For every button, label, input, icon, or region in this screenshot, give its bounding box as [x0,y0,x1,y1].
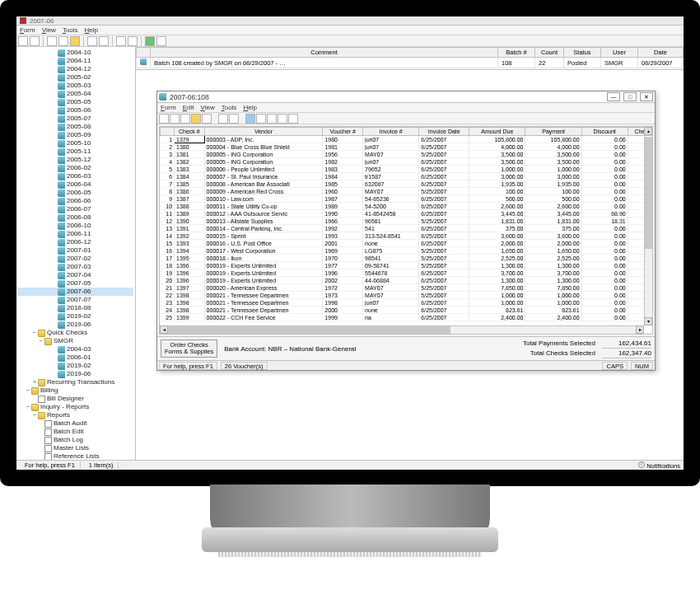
batch-col-header[interactable]: User [601,48,638,58]
scroll-left-icon[interactable]: ◂ [160,325,168,334]
batch-col-header[interactable]: Batch # [498,48,535,58]
tree-item[interactable]: 2006-12 [18,238,133,246]
detail-menu-form[interactable]: Form [161,104,176,111]
toolbar-btn-9[interactable] [128,36,138,46]
horizontal-scrollbar[interactable] [160,325,644,334]
detail-col-header[interactable]: Invoice Date [419,128,469,136]
table-row[interactable]: 71385000008 - American Bar Associati1985… [161,180,652,188]
tree-item[interactable]: 2005-10 [18,139,133,147]
table-row[interactable]: 51383000006 - People Unlimited1983796526… [161,166,652,173]
table-row[interactable]: 131391000014 - Central Parking, Inc.1992… [161,225,652,232]
tree-item[interactable]: 2004-10 [18,49,133,57]
tree-item[interactable]: Bill Designer [18,395,133,403]
tree-item[interactable]: 2005-07 [18,115,133,123]
scroll-thumb[interactable] [645,137,652,249]
tree-item[interactable]: Master Lists [18,444,133,452]
table-row[interactable]: 61384000007 - St. Paul Insurance1984tr15… [161,173,652,180]
close-button[interactable]: ✕ [640,92,653,101]
scroll-thumb[interactable] [160,326,450,334]
tree-item[interactable]: 2005-12 [18,156,133,164]
table-row[interactable]: 121390000013 - Allstate Supplies19669658… [161,218,652,225]
table-row[interactable]: 221398000021 - Tennessee Departmen1973MA… [161,292,652,299]
tree-item[interactable]: 2006-03 [18,172,133,180]
table-row[interactable]: 151393000016 - U.S. Post Office2001none6… [161,240,652,247]
tree-item[interactable]: 2006-11 [18,230,133,238]
detail-tb-7[interactable] [229,114,239,124]
expand-icon[interactable]: − [31,411,38,419]
expand-icon[interactable]: − [31,329,38,337]
expand-icon[interactable]: − [25,403,31,411]
tree-item[interactable]: 2004-12 [18,65,133,73]
expand-icon[interactable]: + [31,378,38,386]
menu-form[interactable]: Form [20,26,35,34]
batch-col-header[interactable]: Status [564,48,601,58]
tree-item[interactable]: Batch Log [18,436,133,444]
table-row[interactable]: 171395000018 - Ikon1970985415/25/20072,5… [161,255,652,262]
tree-item[interactable]: 2004-03 [18,345,133,354]
tree-item[interactable]: 2007-05 [18,279,133,288]
detail-tb-11[interactable] [278,114,287,124]
detail-tb-12[interactable] [288,114,298,124]
detail-col-header[interactable]: Amount Due [469,128,525,136]
table-row[interactable]: 141392000015 - Sprint1993313-524-85416/2… [161,232,652,240]
tree-item[interactable]: 2006-07 [18,205,133,213]
toolbar-btn-10[interactable] [145,36,155,46]
table-row[interactable]: 41382000005 - ING Corporation1982jun076/… [161,158,652,166]
table-row[interactable]: 251399000022 - CCH Fee Service1999na6/25… [161,314,652,321]
detail-tb-5[interactable] [202,114,212,124]
tree-item[interactable]: −Reports [18,411,133,419]
tree-item[interactable]: 2005-06 [18,106,133,115]
menu-tools[interactable]: Tools [63,26,78,34]
tree-item[interactable]: Batch Audit [18,419,133,428]
tree-item[interactable]: 2007-01 [18,246,133,255]
tree-item[interactable]: 2005-11 [18,147,133,156]
toolbar-btn-3[interactable] [47,36,57,46]
detail-grid[interactable]: Check #VendorVoucher #Invoice #Invoice D… [159,126,653,335]
vertical-scrollbar[interactable] [644,137,652,324]
tree-item[interactable]: −SMGR [18,337,133,345]
minimize-button[interactable]: — [607,92,620,101]
tree-item[interactable]: −Quick Checks [18,329,133,337]
table-row[interactable]: 101388000011 - State Utility Co-op198954… [161,203,652,210]
table-row[interactable]: 161394000017 - West Corporation1969LG875… [161,247,652,255]
batch-col-header[interactable]: Comment [151,48,498,58]
table-row[interactable]: 11379000003 - ADP, Inc.1980jun076/25/200… [161,136,652,143]
detail-tb-4[interactable] [191,114,201,124]
toolbar-btn-4[interactable] [58,36,68,46]
tree-item[interactable]: 2006-02 [18,164,133,172]
batch-count[interactable]: 22 [535,58,564,68]
detail-col-header[interactable]: Discount [581,128,628,136]
table-row[interactable]: 191396000019 - Experts Unlimited19965544… [161,269,652,277]
detail-menu-edit[interactable]: Edit [183,104,194,111]
nav-tree[interactable]: 2004-102004-112004-122005-022005-032005-… [16,47,136,460]
batch-user[interactable]: SMGR [601,58,638,68]
tree-item[interactable]: 2018-08 [18,304,133,312]
toolbar-btn-6[interactable] [87,36,97,46]
batch-status[interactable]: Posted [564,58,601,68]
table-row[interactable]: 181396000019 - Experts Unlimited197709-5… [161,262,652,269]
tree-item[interactable]: 2006-05 [18,189,133,197]
tree-item[interactable]: 2019-06 [18,370,133,378]
status-notifications[interactable]: Notifications [638,461,680,470]
scroll-up-icon[interactable]: ▴ [644,127,652,135]
expand-icon[interactable]: − [25,386,31,395]
detail-col-header[interactable]: Voucher # [323,128,363,136]
table-row[interactable]: 231398000021 - Tennessee Departmen1998ju… [161,299,652,307]
detail-tb-8[interactable] [245,114,255,124]
tree-item[interactable]: Batch Edit [18,428,133,436]
tree-item[interactable]: 2005-08 [18,123,133,131]
detail-col-header[interactable]: Check # [175,128,205,136]
detail-col-header[interactable]: Vendor [204,128,323,136]
tree-item[interactable]: 2007-03 [18,263,133,271]
tree-item[interactable]: 2004-11 [18,57,133,65]
detail-col-header[interactable]: Invoice # [363,128,419,136]
batch-col-header[interactable]: Date [638,48,684,58]
tree-item[interactable]: 2005-09 [18,131,133,139]
table-row[interactable]: 211397000020 - American Express1972MAY07… [161,284,652,292]
table-row[interactable]: 111389000012 - AAA Outsource Servic19904… [161,210,652,218]
menu-view[interactable]: View [42,26,56,34]
tree-item[interactable]: −Billing [18,386,133,395]
batch-comment[interactable]: Batch 108 created by SMGR on 06/29/2007 … [151,58,498,68]
tree-item[interactable]: 2006-06 [18,197,133,205]
detail-menu-view[interactable]: View [200,104,214,111]
